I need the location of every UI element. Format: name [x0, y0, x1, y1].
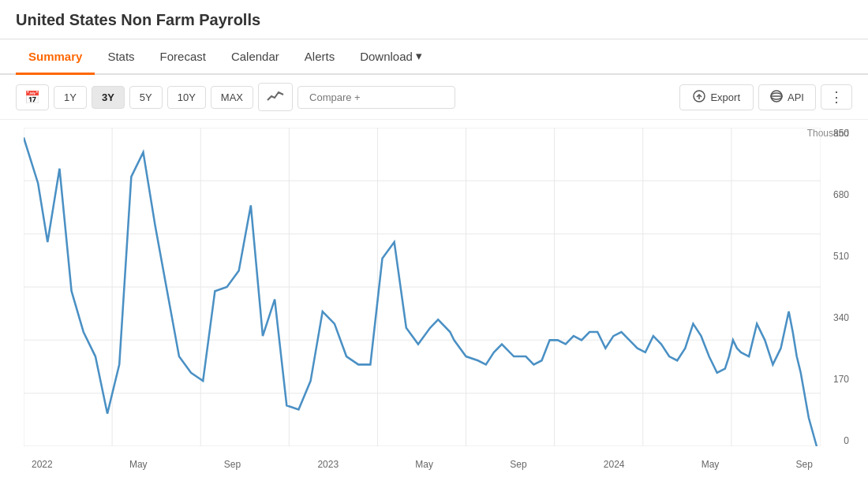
api-button[interactable]: API: [758, 84, 816, 110]
y-label-340: 340: [821, 312, 852, 323]
more-button[interactable]: ⋮: [821, 84, 852, 110]
chart-type-button[interactable]: [258, 83, 293, 111]
period-3y-button[interactable]: 3Y: [92, 86, 125, 109]
page-title: United States Non Farm Payrolls: [0, 0, 868, 39]
tab-bar: Summary Stats Forecast Calendar Alerts D…: [0, 39, 868, 75]
x-label-may-22: May: [129, 459, 148, 470]
api-label: API: [788, 91, 804, 103]
tab-download[interactable]: Download ▾: [347, 39, 435, 75]
tab-alerts[interactable]: Alerts: [292, 40, 347, 75]
y-label-510: 510: [821, 251, 852, 262]
x-label-sep-22: Sep: [224, 459, 241, 470]
x-label-sep-23: Sep: [510, 459, 526, 470]
toolbar: 📅 1Y 3Y 5Y 10Y MAX Export: [0, 75, 868, 120]
x-label-sep-24: Sep: [796, 459, 813, 470]
line-chart-icon: [267, 91, 284, 105]
calendar-icon: 📅: [24, 91, 40, 104]
tab-stats[interactable]: Stats: [95, 40, 147, 75]
chart-area: 0 170 340 510 680 850 2022 May Sep 2023 …: [24, 128, 852, 470]
compare-input[interactable]: [297, 86, 455, 109]
tab-forecast[interactable]: Forecast: [148, 40, 219, 75]
chart-line: [24, 137, 817, 446]
tab-summary[interactable]: Summary: [16, 40, 95, 75]
period-5y-button[interactable]: 5Y: [129, 86, 163, 109]
y-label-850: 850: [821, 128, 852, 139]
export-label: Export: [710, 91, 740, 103]
period-1y-button[interactable]: 1Y: [54, 86, 87, 109]
export-icon: [693, 90, 705, 105]
y-label-0: 0: [821, 435, 852, 446]
x-label-may-23: May: [415, 459, 433, 470]
chart-container: Thousand: [0, 120, 868, 492]
export-button[interactable]: Export: [679, 84, 754, 110]
api-icon: [770, 90, 783, 105]
x-axis-labels: 2022 May Sep 2023 May Sep 2024 May Sep: [24, 459, 821, 470]
x-label-2022: 2022: [32, 459, 53, 470]
period-max-button[interactable]: MAX: [211, 86, 253, 109]
chevron-down-icon: ▾: [416, 49, 422, 63]
chart-svg: [24, 128, 821, 446]
y-axis-labels: 0 170 340 510 680 850: [821, 128, 852, 446]
tab-calendar[interactable]: Calendar: [219, 40, 292, 75]
x-label-2023: 2023: [317, 459, 339, 470]
x-label-may-24: May: [702, 459, 720, 470]
period-10y-button[interactable]: 10Y: [167, 86, 206, 109]
calendar-button[interactable]: 📅: [16, 84, 49, 110]
y-label-680: 680: [821, 189, 852, 200]
x-label-2024: 2024: [604, 459, 625, 470]
y-label-170: 170: [821, 374, 852, 385]
